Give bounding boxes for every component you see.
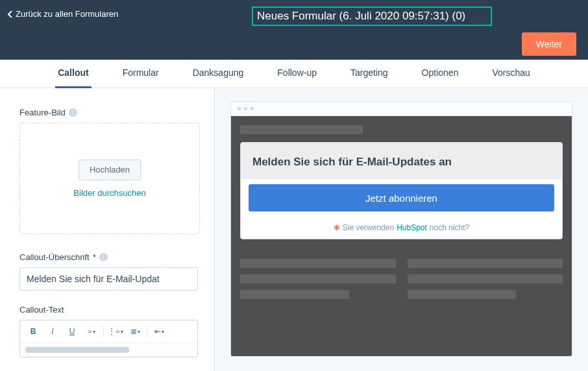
skeleton-line bbox=[408, 259, 563, 268]
richtext-editor[interactable]: B I U ≡▾ ⋮≡▾ ≣▾ ⇤▾ bbox=[19, 320, 198, 357]
back-label: Zurück zu allen Formularen bbox=[16, 9, 118, 19]
skeleton-line bbox=[240, 259, 396, 268]
tab-vorschau[interactable]: Vorschau bbox=[489, 60, 532, 88]
tab-bar: Callout Formular Danksagung Follow-up Ta… bbox=[0, 60, 588, 88]
tab-danksagung[interactable]: Danksagung bbox=[190, 60, 247, 88]
preview-browser: Melden Sie sich für E-Mail-Updates an Je… bbox=[230, 101, 572, 357]
headline-label-text: Callout-Überschrift bbox=[19, 252, 90, 262]
toolbar-separator bbox=[103, 326, 104, 337]
skeleton-line bbox=[240, 125, 363, 134]
toolbar-separator bbox=[147, 326, 147, 337]
tab-optionen[interactable]: Optionen bbox=[419, 60, 461, 88]
tab-followup[interactable]: Follow-up bbox=[275, 60, 319, 88]
popup-header: Melden Sie sich für E-Mail-Updates an bbox=[241, 143, 562, 179]
placeholder-line bbox=[25, 347, 129, 353]
required-mark: * bbox=[93, 252, 96, 262]
footer-brand-link[interactable]: HubSpot bbox=[397, 223, 427, 232]
feature-image-label-text: Feature-Bild bbox=[19, 108, 66, 117]
skeleton-line bbox=[408, 290, 517, 299]
hubspot-sprocket-icon: ✱ bbox=[334, 223, 340, 232]
browser-titlebar bbox=[231, 102, 572, 116]
tab-formular[interactable]: Formular bbox=[120, 60, 162, 88]
preview-page: Melden Sie sich für E-Mail-Updates an Je… bbox=[231, 116, 572, 357]
italic-button[interactable]: I bbox=[45, 324, 60, 339]
tab-targeting[interactable]: Targeting bbox=[348, 60, 391, 88]
top-header: Zurück zu allen Formularen Weiter bbox=[0, 0, 588, 60]
headline-input[interactable] bbox=[19, 267, 198, 291]
skeleton-line bbox=[240, 274, 396, 283]
next-button[interactable]: Weiter bbox=[522, 32, 576, 56]
back-link[interactable]: Zurück zu allen Formularen bbox=[6, 9, 118, 19]
chevron-left-icon bbox=[6, 10, 13, 18]
image-dropzone[interactable]: Hochladen Bilder durchsuchen bbox=[19, 123, 200, 234]
indent-button[interactable]: ⇤▾ bbox=[151, 324, 167, 339]
number-list-button[interactable]: ≣▾ bbox=[127, 324, 143, 339]
browse-images-link[interactable]: Bilder durchsuchen bbox=[73, 188, 145, 198]
richtext-body[interactable] bbox=[20, 343, 197, 357]
richtext-toolbar: B I U ≡▾ ⋮≡▾ ≣▾ ⇤▾ bbox=[20, 320, 197, 343]
info-icon[interactable]: i bbox=[69, 108, 77, 117]
window-dot-icon bbox=[238, 107, 241, 110]
popup-title: Melden Sie sich für E-Mail-Updates an bbox=[252, 156, 550, 169]
window-dot-icon bbox=[251, 107, 254, 110]
bullet-list-button[interactable]: ⋮≡▾ bbox=[108, 324, 123, 339]
preview-panel: Melden Sie sich für E-Mail-Updates an Je… bbox=[215, 88, 588, 371]
main-area: Feature-Bild i Hochladen Bilder durchsuc… bbox=[0, 88, 588, 371]
skeleton-line bbox=[240, 290, 349, 299]
underline-button[interactable]: U bbox=[64, 324, 80, 339]
popup-footer: ✱ Sie verwenden HubSpot noch nicht? bbox=[241, 217, 562, 239]
feature-image-label: Feature-Bild i bbox=[19, 108, 200, 117]
upload-button[interactable]: Hochladen bbox=[79, 160, 141, 180]
footer-suffix: noch nicht? bbox=[430, 223, 469, 232]
skeleton-line bbox=[408, 274, 563, 283]
form-title-input[interactable] bbox=[252, 6, 492, 26]
skeleton-columns bbox=[240, 259, 563, 299]
footer-prefix: Sie verwenden bbox=[343, 223, 394, 232]
subscribe-button[interactable]: Jetzt abonnieren bbox=[249, 184, 554, 211]
info-icon[interactable]: i bbox=[99, 253, 108, 261]
editor-panel: Feature-Bild i Hochladen Bilder durchsuc… bbox=[0, 88, 214, 371]
bold-button[interactable]: B bbox=[25, 324, 41, 339]
callout-popup: Melden Sie sich für E-Mail-Updates an Je… bbox=[240, 142, 563, 239]
window-dot-icon bbox=[244, 107, 247, 110]
callout-text-label-text: Callout-Text bbox=[19, 305, 64, 315]
align-button[interactable]: ≡▾ bbox=[84, 324, 99, 339]
tab-callout[interactable]: Callout bbox=[55, 60, 91, 88]
headline-label: Callout-Überschrift * i bbox=[19, 252, 200, 262]
callout-text-label: Callout-Text bbox=[19, 305, 200, 315]
